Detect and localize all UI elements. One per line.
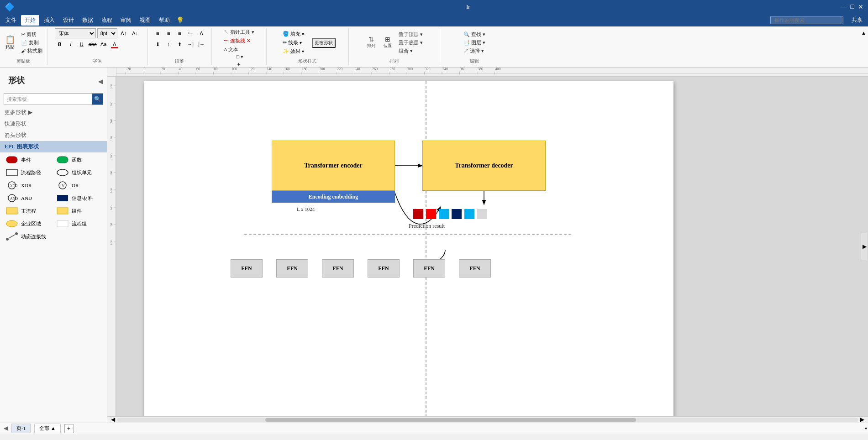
shape-process-path[interactable]: 流程路径 bbox=[4, 167, 53, 178]
scroll-left-btn[interactable]: ◀ bbox=[109, 416, 117, 423]
font-size-select[interactable]: 8pt bbox=[97, 28, 117, 38]
text-tool-btn[interactable]: A 文本 bbox=[222, 46, 240, 53]
group-btn[interactable]: 组合 ▾ bbox=[397, 47, 425, 55]
ffn-4[interactable]: FFN bbox=[368, 259, 400, 278]
cut-btn[interactable]: ✂ 剪切 bbox=[19, 31, 44, 38]
underline-btn[interactable]: U bbox=[77, 39, 87, 49]
close-btn[interactable]: ✕ bbox=[858, 3, 863, 11]
transformer-decoder-box[interactable]: Transformer decoder bbox=[422, 141, 546, 191]
ffn-3[interactable]: FFN bbox=[322, 259, 354, 278]
fontcolor-btn[interactable]: A bbox=[110, 39, 120, 49]
csq-6[interactable] bbox=[477, 209, 487, 219]
shape-process-group[interactable]: 流程组 bbox=[54, 218, 103, 229]
pointer-tool-btn[interactable]: ↖ 指针工具 ▾ bbox=[222, 28, 256, 36]
indent-out-btn[interactable]: |← bbox=[196, 39, 206, 49]
italic-btn[interactable]: I bbox=[66, 39, 76, 49]
menu-flow[interactable]: 流程 bbox=[98, 15, 116, 26]
shape-or[interactable]: V OR bbox=[54, 180, 103, 191]
font-size-para-btn[interactable]: A bbox=[196, 28, 206, 38]
transformer-encoder-box[interactable]: Transformer encoder bbox=[272, 141, 395, 191]
shape-search-input[interactable] bbox=[4, 95, 92, 103]
menu-data[interactable]: 数据 bbox=[79, 15, 97, 26]
font-increase-btn[interactable]: A↑ bbox=[119, 28, 129, 38]
indent-in-btn[interactable]: →| bbox=[185, 39, 195, 49]
menu-view[interactable]: 视图 bbox=[136, 15, 154, 26]
align-right-btn[interactable]: ≡ bbox=[174, 28, 184, 38]
layers-btn[interactable]: 📑 图层 ▾ bbox=[462, 39, 487, 47]
font-decrease-btn[interactable]: A↓ bbox=[130, 28, 140, 38]
align-center-btn[interactable]: ≡ bbox=[163, 28, 174, 38]
bullet-btn[interactable]: ≔ bbox=[185, 28, 195, 38]
shape-enterprise-area[interactable]: 企业区域 bbox=[4, 218, 53, 229]
align-left-btn[interactable]: ≡ bbox=[153, 28, 163, 38]
shape-component[interactable]: 组件 bbox=[54, 205, 103, 216]
scroll-left-tab[interactable]: ◀ bbox=[4, 425, 8, 432]
scroll-right-end-btn[interactable]: ▶ bbox=[858, 416, 866, 423]
csq-5[interactable] bbox=[464, 209, 474, 219]
fontcase-btn[interactable]: Aa bbox=[99, 39, 109, 49]
shape-event[interactable]: 事件 bbox=[4, 154, 53, 165]
paste-btn[interactable]: 📋 粘贴 bbox=[3, 35, 17, 51]
sidebar-collapse-btn[interactable]: ◀ bbox=[98, 78, 103, 85]
align-top-btn[interactable]: ⬆ bbox=[174, 39, 184, 49]
position-btn[interactable]: ⊞ 位置 bbox=[380, 36, 395, 50]
select-btn[interactable]: ↗ 选择 ▾ bbox=[462, 47, 487, 55]
menu-review[interactable]: 审阅 bbox=[117, 15, 135, 26]
menu-file[interactable]: 文件 bbox=[2, 15, 20, 26]
copy-btn[interactable]: 📄 复制 bbox=[19, 39, 44, 47]
minimize-btn[interactable]: — bbox=[841, 3, 847, 11]
font-name-select[interactable]: 宋体 bbox=[55, 28, 96, 38]
shape-dynamic-connector[interactable]: 动态连接线 bbox=[4, 231, 103, 242]
scroll-track[interactable] bbox=[117, 418, 858, 422]
ffn-6[interactable]: FFN bbox=[459, 259, 491, 278]
search-btn[interactable]: 🔍 bbox=[92, 94, 103, 105]
ffn-1[interactable]: FFN bbox=[231, 259, 263, 278]
arrange-btn[interactable]: ⇅ 排列 bbox=[364, 36, 379, 50]
find-btn[interactable]: 🔍 查找 ▾ bbox=[462, 31, 487, 38]
align-mid-btn[interactable]: ↕ bbox=[163, 39, 174, 49]
diagram-page[interactable]: Transformer encoder Encoding embedding L… bbox=[144, 81, 673, 416]
strikethrough-btn[interactable]: abc bbox=[88, 39, 98, 49]
line-color-btn[interactable]: ✏ 线条 ▾ bbox=[281, 39, 305, 47]
menu-insert[interactable]: 插入 bbox=[40, 15, 58, 26]
ffn-2[interactable]: FFN bbox=[276, 259, 308, 278]
menu-start[interactable]: 开始 bbox=[21, 15, 39, 26]
csq-4[interactable] bbox=[452, 209, 462, 219]
ribbon-collapse-btn[interactable]: ▲ bbox=[859, 28, 868, 65]
csq-3[interactable] bbox=[439, 209, 449, 219]
shape-function[interactable]: 函数 bbox=[54, 154, 103, 165]
menu-search[interactable] bbox=[770, 16, 843, 24]
shape-style-expand[interactable]: ▾ bbox=[865, 426, 867, 431]
format-painter-btn[interactable]: 🖌 格式刷 bbox=[19, 47, 44, 55]
shape-org-unit[interactable]: 组织单元 bbox=[54, 167, 103, 178]
page-tab-all[interactable]: 全部 ▲ bbox=[34, 424, 61, 433]
scroll-right-btn[interactable]: ▶ bbox=[861, 233, 868, 260]
maximize-btn[interactable]: □ bbox=[851, 3, 854, 11]
shape-main-process[interactable]: 主流程 bbox=[4, 205, 53, 216]
shape-info-material[interactable]: 信息/材料 bbox=[54, 193, 103, 204]
menu-help[interactable]: 帮助 bbox=[155, 15, 174, 26]
sidebar-epc-shapes[interactable]: EPC 图表形状 bbox=[0, 141, 107, 152]
bold-btn[interactable]: B bbox=[55, 39, 65, 49]
csq-2[interactable] bbox=[426, 209, 436, 219]
shape-xor[interactable]: XOR XOR bbox=[4, 180, 53, 191]
window-controls[interactable]: — □ ✕ bbox=[841, 3, 863, 11]
effect-btn[interactable]: ✨ 效果 ▾ bbox=[281, 47, 305, 55]
send-back-btn[interactable]: 置于底层 ▾ bbox=[397, 39, 425, 47]
scroll-thumb[interactable] bbox=[265, 418, 636, 422]
fill-color-btn[interactable]: 🪣 填充 ▾ bbox=[281, 30, 305, 38]
connector-tool-btn[interactable]: 〜 连接线 ✕ bbox=[222, 37, 253, 45]
share-btn[interactable]: 共享 bbox=[848, 16, 866, 25]
change-shape-btn[interactable]: 更改形状 bbox=[312, 38, 336, 48]
add-page-btn[interactable]: + bbox=[64, 424, 74, 433]
connection-point-btn[interactable]: ✦ bbox=[235, 61, 245, 68]
align-bottom-btn[interactable]: ⬇ bbox=[153, 39, 163, 49]
shape-tool-btn[interactable]: □ ▾ bbox=[235, 53, 245, 60]
sidebar-arrow-shapes[interactable]: 箭头形状 bbox=[0, 130, 107, 141]
canvas[interactable]: Transformer encoder Encoding embedding L… bbox=[116, 77, 868, 416]
page-tab-1[interactable]: 页-1 bbox=[11, 424, 31, 433]
sidebar-more-shapes[interactable]: 更多形状 ▶ bbox=[0, 107, 107, 118]
shape-and[interactable]: AND AND bbox=[4, 193, 53, 204]
ffn-5[interactable]: FFN bbox=[413, 259, 445, 278]
menu-design[interactable]: 设计 bbox=[59, 15, 78, 26]
